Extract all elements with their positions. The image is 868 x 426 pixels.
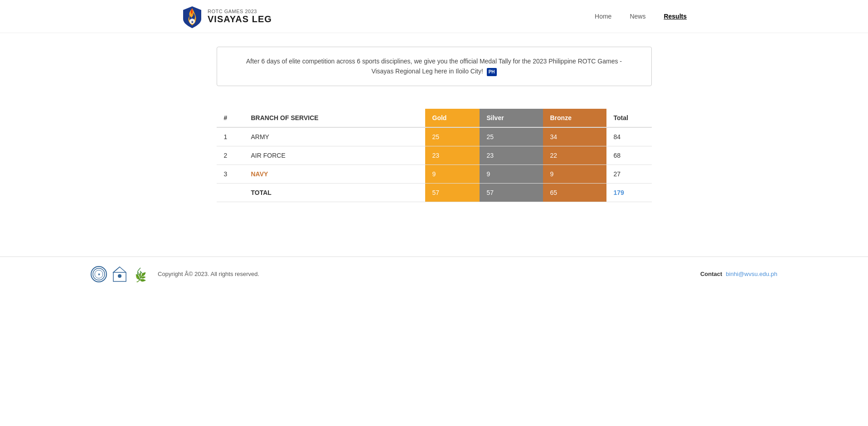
col-header-silver: Silver (480, 109, 543, 127)
table-header-row: # BRANCH OF SERVICE Gold Silver Bronze T… (217, 109, 652, 127)
footer-house-logo (112, 266, 128, 282)
footer-tree-logo: 🌿 (132, 266, 149, 282)
ph-badge: PH (487, 68, 497, 76)
cell-bronze-0: 34 (543, 127, 606, 146)
table-row: 3 NAVY 9 9 9 27 (217, 165, 652, 183)
announcement-text: After 6 days of elite competition across… (246, 58, 622, 75)
col-header-gold: Gold (425, 109, 480, 127)
logo-title: VISAYAS LEG (208, 14, 272, 24)
logo-area: ★ ROTC GAMES 2023 VISAYAS LEG (181, 5, 272, 27)
col-header-number: # (217, 109, 244, 127)
cell-silver-0: 25 (480, 127, 543, 146)
footer-contact-label: Contact (700, 271, 722, 277)
cell-total-label: TOTAL (244, 183, 425, 202)
cell-gold-1: 23 (425, 146, 480, 165)
tally-section: # BRANCH OF SERVICE Gold Silver Bronze T… (217, 104, 652, 207)
cell-total-silver: 57 (480, 183, 543, 202)
cell-branch-2: NAVY (244, 165, 425, 183)
logo-subtitle: ROTC GAMES 2023 (208, 9, 272, 14)
medal-tally-table: # BRANCH OF SERVICE Gold Silver Bronze T… (217, 109, 652, 202)
footer-logos: ★ 🌿 (91, 266, 149, 282)
svg-text:★: ★ (191, 20, 194, 24)
nav-results[interactable]: Results (664, 13, 687, 20)
header: ★ ROTC GAMES 2023 VISAYAS LEG Home News … (0, 0, 868, 33)
cell-bronze-1: 22 (543, 146, 606, 165)
cell-total-label-num (217, 183, 244, 202)
footer: ★ 🌿 Copyright Â© 2023. All righ (0, 257, 868, 291)
cell-branch-1: AIR FORCE (244, 146, 425, 165)
svg-point-5 (118, 274, 121, 278)
cell-total-0: 84 (606, 127, 652, 146)
col-header-branch: BRANCH OF SERVICE (244, 109, 425, 127)
nav-links: Home News Results (595, 13, 687, 20)
cell-gold-0: 25 (425, 127, 480, 146)
cell-silver-2: 9 (480, 165, 543, 183)
cell-number-2: 3 (217, 165, 244, 183)
logo-icon: ★ (181, 5, 203, 27)
table-row: 1 ARMY 25 25 34 84 (217, 127, 652, 146)
cell-bronze-2: 9 (543, 165, 606, 183)
table-total-row: TOTAL 57 57 65 179 (217, 183, 652, 202)
svg-text:🌿: 🌿 (135, 272, 146, 282)
announcement-box: After 6 days of elite competition across… (217, 47, 652, 86)
cell-total-total: 179 (606, 183, 652, 202)
cell-total-1: 68 (606, 146, 652, 165)
cell-number-1: 2 (217, 146, 244, 165)
cell-total-bronze: 65 (543, 183, 606, 202)
footer-seal-logo: ★ (91, 266, 107, 282)
nav-home[interactable]: Home (595, 13, 611, 20)
cell-number-0: 1 (217, 127, 244, 146)
table-row: 2 AIR FORCE 23 23 22 68 (217, 146, 652, 165)
cell-gold-2: 9 (425, 165, 480, 183)
nav-news[interactable]: News (630, 13, 645, 20)
cell-total-gold: 57 (425, 183, 480, 202)
cell-branch-0: ARMY (244, 127, 425, 146)
logo-text-block: ROTC GAMES 2023 VISAYAS LEG (208, 9, 272, 24)
footer-left: ★ 🌿 Copyright Â© 2023. All righ (91, 266, 259, 282)
col-header-total: Total (606, 109, 652, 127)
footer-right: Contact binhi@wvsu.edu.ph (700, 271, 777, 277)
footer-copyright: Copyright Â© 2023. All rights reserved. (158, 271, 259, 277)
svg-text:★: ★ (97, 272, 101, 276)
col-header-bronze: Bronze (543, 109, 606, 127)
cell-total-2: 27 (606, 165, 652, 183)
footer-email[interactable]: binhi@wvsu.edu.ph (726, 271, 777, 277)
main-content: After 6 days of elite competition across… (208, 33, 661, 220)
cell-silver-1: 23 (480, 146, 543, 165)
